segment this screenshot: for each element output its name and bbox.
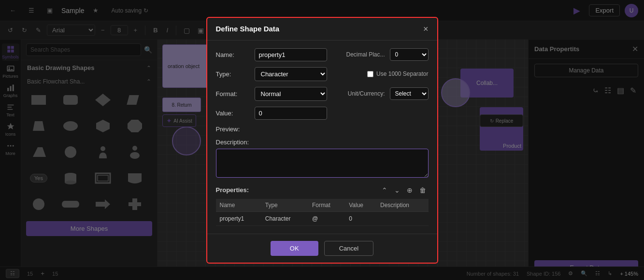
- name-row: Name: Decimal Plac... 012: [216, 48, 429, 61]
- define-shape-modal: Define Shape Data × Name: Decimal Plac..…: [206, 17, 438, 264]
- separator-row: Use 1000 Separator: [367, 70, 428, 77]
- unit-currency-label: Unit/Currency:: [348, 90, 385, 97]
- row-description: [376, 211, 429, 225]
- decimal-select[interactable]: 012: [390, 48, 429, 61]
- cancel-button[interactable]: Cancel: [324, 241, 373, 256]
- modal-header: Define Shape Data ×: [207, 18, 437, 41]
- type-label: Type:: [216, 70, 250, 78]
- decimal-label: Decimal Plac...: [346, 51, 385, 58]
- properties-title: Properties:: [216, 186, 249, 194]
- value-input[interactable]: [255, 107, 327, 120]
- format-label: Format:: [216, 90, 250, 98]
- name-label: Name:: [216, 51, 250, 58]
- description-textarea[interactable]: [216, 149, 429, 178]
- col-name: Name: [216, 199, 261, 212]
- properties-actions: ⌃ ⌄ ⊕ 🗑: [379, 185, 429, 195]
- value-row: Value:: [216, 107, 429, 120]
- modal-close-button[interactable]: ×: [423, 25, 429, 33]
- prop-delete-button[interactable]: 🗑: [417, 185, 429, 195]
- description-section: Description:: [216, 139, 429, 180]
- preview-label: Preview:: [216, 126, 250, 133]
- row-name: property1: [216, 211, 261, 225]
- col-value: Value: [345, 199, 376, 212]
- type-select[interactable]: Character Number Date Boolean: [255, 67, 327, 81]
- row-type: Character: [261, 211, 308, 225]
- col-description: Description: [376, 199, 429, 212]
- row-value: 0: [345, 211, 376, 225]
- type-row: Type: Character Number Date Boolean Use …: [216, 67, 429, 81]
- ok-button[interactable]: OK: [271, 241, 318, 256]
- prop-up-button[interactable]: ⌃: [379, 185, 390, 195]
- format-row: Format: Normal Custom Unit/Currency: Sel…: [216, 87, 429, 101]
- modal-footer: OK Cancel: [207, 234, 437, 263]
- table-row[interactable]: property1 Character @ 0: [216, 211, 429, 225]
- preview-row: Preview:: [216, 126, 429, 133]
- col-type: Type: [261, 199, 308, 212]
- properties-header: Properties: ⌃ ⌄ ⊕ 🗑: [216, 185, 429, 195]
- unit-currency-select[interactable]: Select: [390, 87, 429, 100]
- row-format: @: [308, 211, 345, 225]
- separator-checkbox[interactable]: [367, 71, 373, 77]
- prop-down-button[interactable]: ⌄: [392, 185, 402, 195]
- format-select[interactable]: Normal Custom: [255, 87, 327, 101]
- properties-table: Name Type Format Value Description prope…: [216, 199, 429, 226]
- name-input[interactable]: [255, 48, 327, 61]
- col-format: Format: [308, 199, 345, 212]
- modal-overlay: Define Shape Data × Name: Decimal Plac..…: [0, 0, 644, 280]
- prop-add-button[interactable]: ⊕: [404, 185, 415, 195]
- description-label: Description:: [216, 139, 429, 146]
- separator-label: Use 1000 Separator: [376, 70, 428, 77]
- modal-body: Name: Decimal Plac... 012 Type: Characte…: [207, 41, 437, 234]
- value-label: Value:: [216, 110, 250, 117]
- modal-title: Define Shape Data: [216, 25, 280, 33]
